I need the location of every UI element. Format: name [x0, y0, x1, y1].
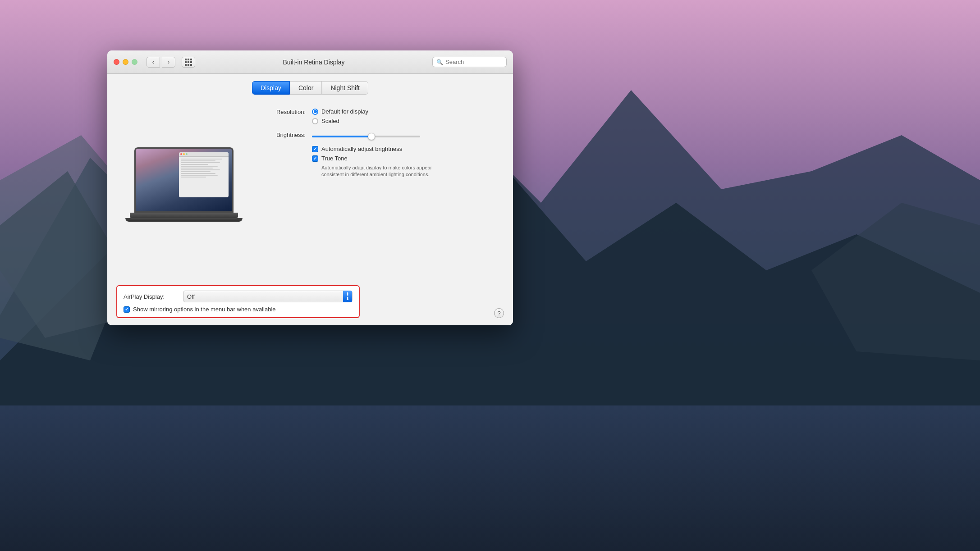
laptop-area [121, 104, 247, 272]
window-title: Built-in Retina Display [200, 59, 428, 66]
auto-brightness-controls: Automatically adjust brightness True Ton… [312, 146, 448, 178]
laptop-image [125, 147, 243, 228]
tab-color[interactable]: Color [290, 81, 322, 95]
mirroring-label: Show mirroring options in the menu bar w… [133, 306, 276, 313]
chevron-icon: ⬆⬇ [346, 292, 349, 301]
close-button[interactable] [114, 59, 119, 65]
brightness-row: Brightness: [261, 132, 499, 138]
resolution-default-radio[interactable] [312, 109, 318, 115]
resolution-default-label: Default for display [321, 108, 368, 115]
auto-brightness-spacer [261, 146, 306, 146]
tab-bar: Display Color Night Shift [107, 74, 513, 95]
minimize-button[interactable] [123, 59, 128, 65]
laptop-mini-window [179, 152, 229, 197]
resolution-label: Resolution: [261, 108, 306, 115]
resolution-default-row: Default for display [312, 108, 368, 115]
resolution-scaled-row: Scaled [312, 118, 368, 124]
brightness-thumb[interactable] [368, 133, 375, 140]
airplay-value: Off [187, 293, 348, 300]
mini-content [179, 157, 229, 179]
back-button[interactable]: ‹ [147, 57, 160, 68]
tab-display[interactable]: Display [252, 81, 290, 95]
brightness-label: Brightness: [261, 132, 306, 138]
resolution-scaled-label: Scaled [321, 118, 339, 124]
true-tone-description: Automatically adapt display to make colo… [321, 164, 448, 178]
laptop-screen [134, 147, 234, 213]
traffic-lights [114, 59, 137, 65]
settings-window: ‹ › Built-in Retina Display 🔍 Display Co… [107, 50, 513, 325]
mirroring-row: Show mirroring options in the menu bar w… [124, 306, 353, 313]
select-chevron[interactable]: ⬆⬇ [343, 291, 352, 302]
true-tone-checkbox[interactable] [312, 155, 318, 162]
auto-brightness-checkbox-row: Automatically adjust brightness [312, 146, 448, 152]
svg-marker-6 [811, 203, 980, 360]
airplay-row: AirPlay Display: Off ⬆⬇ [124, 291, 353, 302]
bottom-section: AirPlay Display: Off ⬆⬇ Show mirroring o… [107, 281, 513, 325]
help-button-container: ? [494, 305, 504, 318]
brightness-slider-container [312, 133, 420, 137]
resolution-controls: Default for display Scaled [312, 108, 368, 124]
brightness-track[interactable] [312, 136, 420, 137]
bottom-row: AirPlay Display: Off ⬆⬇ Show mirroring o… [116, 285, 504, 318]
auto-brightness-row: Automatically adjust brightness True Ton… [261, 146, 499, 178]
svg-rect-3 [0, 405, 980, 551]
search-icon: 🔍 [436, 59, 443, 65]
help-button[interactable]: ? [494, 308, 504, 318]
auto-brightness-checkbox[interactable] [312, 146, 318, 152]
mirroring-checkbox[interactable] [124, 306, 130, 313]
mini-titlebar [179, 152, 229, 157]
laptop-wallpaper [136, 149, 232, 211]
grid-icon [185, 59, 192, 66]
true-tone-label: True Tone [321, 155, 348, 162]
nav-buttons: ‹ › [147, 57, 175, 68]
search-box[interactable]: 🔍 [432, 57, 507, 67]
airplay-label: AirPlay Display: [124, 293, 178, 300]
laptop-base [130, 213, 238, 218]
content-area: Display Color Night Shift [107, 74, 513, 325]
search-input[interactable] [445, 59, 499, 65]
settings-controls: Resolution: Default for display Scaled [261, 104, 499, 272]
auto-brightness-label: Automatically adjust brightness [321, 146, 402, 152]
resolution-row: Resolution: Default for display Scaled [261, 108, 499, 124]
tab-night-shift[interactable]: Night Shift [322, 81, 368, 95]
panel: Resolution: Default for display Scaled [107, 95, 513, 281]
forward-button[interactable]: › [162, 57, 175, 68]
laptop-bottom [125, 218, 243, 222]
true-tone-checkbox-row: True Tone [312, 155, 448, 162]
airplay-select[interactable]: Off ⬆⬇ [183, 291, 353, 302]
grid-button[interactable] [182, 57, 195, 68]
titlebar: ‹ › Built-in Retina Display 🔍 [107, 50, 513, 74]
resolution-scaled-radio[interactable] [312, 118, 318, 124]
maximize-button[interactable] [132, 59, 137, 65]
airplay-container: AirPlay Display: Off ⬆⬇ Show mirroring o… [116, 285, 360, 318]
